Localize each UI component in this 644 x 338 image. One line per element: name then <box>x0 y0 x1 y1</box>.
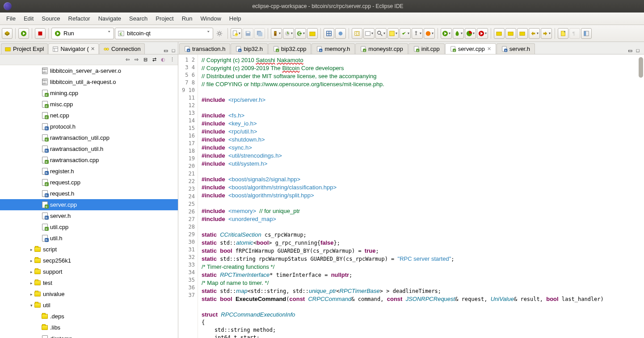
code-editor[interactable]: 1 2 3 4 5 6 7 8 9 10 11 12 13 14 15 16 1… <box>178 54 644 338</box>
tree-item[interactable]: net.cpp <box>0 110 178 121</box>
menu-window[interactable]: Window <box>197 13 225 24</box>
menu-edit[interactable]: Edit <box>20 13 37 24</box>
tree-item[interactable]: ▸univalue <box>0 288 178 300</box>
tree-item[interactable]: .libs <box>0 322 178 333</box>
tree-item[interactable]: server.h <box>0 210 178 221</box>
tree-item[interactable]: ▸script <box>0 244 178 255</box>
run-last-button[interactable]: ▾ <box>441 28 452 39</box>
build-project-button[interactable]: ▾ <box>283 28 294 39</box>
pin-editor-button[interactable] <box>558 28 568 39</box>
editor-tab[interactable]: moneystr.cpp <box>355 43 408 54</box>
minimize-view-icon[interactable]: ▭ <box>162 47 169 54</box>
new-class-button[interactable]: C▾ <box>295 28 306 39</box>
launch-mode-dropdown[interactable]: Run ˅ <box>51 28 114 39</box>
tree-item[interactable]: rawtransaction_util.h <box>0 143 178 154</box>
editor-tab[interactable]: server.h <box>497 43 535 54</box>
menu-run[interactable]: Run <box>178 13 196 24</box>
nav-folder2-button[interactable] <box>505 28 516 39</box>
minimize-editor-icon[interactable]: ▭ <box>627 47 634 54</box>
prev-edit-button[interactable]: ▾ <box>529 28 540 39</box>
nav-folder1-button[interactable] <box>494 28 505 39</box>
editor-tab-label: bip32.cpp <box>281 46 306 52</box>
back-icon[interactable]: ⇦ <box>123 56 131 64</box>
nav-folder3-button[interactable] <box>517 28 528 39</box>
profile-button[interactable]: ▾ <box>424 28 435 39</box>
tree-item[interactable]: server.cpp <box>0 199 178 210</box>
open-type-button[interactable]: {} <box>352 28 362 39</box>
svg-point-20 <box>378 31 381 34</box>
task-button[interactable]: ▾ <box>400 28 411 39</box>
tree-item[interactable]: request.cpp <box>0 177 178 188</box>
new-button[interactable]: +▾ <box>231 28 242 39</box>
view-menu-icon[interactable]: ⋮ <box>168 56 176 64</box>
tree-item[interactable]: ▸support <box>0 266 178 277</box>
build-all-button[interactable]: ▾ <box>271 28 282 39</box>
run-button[interactable] <box>18 28 29 39</box>
project-explorer-icon <box>5 46 11 52</box>
tree-item[interactable]: mining.cpp <box>0 88 178 99</box>
perspective-button[interactable] <box>581 28 592 39</box>
navigator-tree[interactable]: 010101libbitcoin_server_a-server.o010101… <box>0 65 178 338</box>
launch-settings-button[interactable] <box>214 28 225 39</box>
view-tab-connection[interactable]: Connection <box>99 43 145 54</box>
toggle-mark-button[interactable] <box>324 28 334 39</box>
tree-item[interactable]: rawtransaction_util.cpp <box>0 132 178 143</box>
show-whitespace-button[interactable]: ¶ <box>569 28 580 39</box>
editor-tab[interactable]: bip32.h <box>231 43 268 54</box>
menu-navigate[interactable]: Navigate <box>95 13 125 24</box>
debug-button[interactable]: ▾ <box>453 28 464 39</box>
tree-item[interactable]: misc.cpp <box>0 99 178 110</box>
tree-item[interactable]: 010101libbitcoin_server_a-server.o <box>0 65 178 76</box>
forward-icon[interactable]: ⇨ <box>132 56 140 64</box>
new-folder-button[interactable] <box>307 28 318 39</box>
editor-tab[interactable]: server.cpp✕ <box>445 43 496 54</box>
menu-source[interactable]: Source <box>38 13 63 24</box>
tree-item[interactable]: ▾util <box>0 300 178 311</box>
menu-refactor[interactable]: Refactor <box>65 13 94 24</box>
view-tab-navigator[interactable]: Navigator ( ✕ <box>48 43 99 54</box>
editor-tab[interactable]: memory.h <box>311 43 355 54</box>
tree-item[interactable]: .deps <box>0 311 178 322</box>
tree-item[interactable]: register.h <box>0 166 178 177</box>
tree-item[interactable]: ▸test <box>0 277 178 288</box>
tree-item[interactable]: 010101libbitcoin_util_a-request.o <box>0 76 178 88</box>
tree-item[interactable]: util.cpp <box>0 221 178 233</box>
tree-item[interactable]: rawtransaction.cpp <box>0 154 178 166</box>
focus-task-icon[interactable]: ◐ <box>159 56 167 64</box>
menu-project[interactable]: Project <box>152 13 177 24</box>
search-button[interactable]: ▾ <box>375 28 387 39</box>
launch-config-dropdown[interactable]: c bitcoin-qt ˅ <box>115 28 213 39</box>
menu-search[interactable]: Search <box>126 13 151 24</box>
save-button[interactable] <box>243 28 253 39</box>
open-element-button[interactable]: ▾ <box>363 28 375 39</box>
close-icon[interactable]: ✕ <box>91 46 95 52</box>
toolbar-separator <box>32 28 32 39</box>
tree-item[interactable]: ▸secp256k1 <box>0 255 178 266</box>
tree-item[interactable]: dirstamp <box>0 333 178 338</box>
next-edit-button[interactable]: ▾ <box>541 28 552 39</box>
toggle-breakpoint-button[interactable] <box>335 28 346 39</box>
editor-tab[interactable]: init.cpp <box>408 43 445 54</box>
editor-tab[interactable]: transaction.h <box>179 43 230 54</box>
menu-help[interactable]: Help <box>226 13 245 24</box>
build-button[interactable] <box>2 28 13 39</box>
tree-item[interactable]: request.h <box>0 188 178 199</box>
maximize-editor-icon[interactable]: □ <box>634 47 641 54</box>
collapse-all-icon[interactable]: ⊟ <box>141 56 149 64</box>
maximize-view-icon[interactable]: □ <box>170 47 177 54</box>
menu-file[interactable]: File <box>3 13 19 24</box>
stop-button[interactable] <box>35 28 46 39</box>
coverage-button[interactable]: ▾ <box>465 28 476 39</box>
external-tools-button[interactable]: ▾ <box>477 28 488 39</box>
link-editor-icon[interactable]: ⇄ <box>150 56 158 64</box>
scrollbar-thumb[interactable] <box>639 57 643 78</box>
code-content[interactable]: // Copyright (c) 2010 Satoshi Nakamoto /… <box>198 54 644 338</box>
save-all-button[interactable] <box>254 28 265 39</box>
pin-button[interactable]: ▾ <box>412 28 423 39</box>
close-icon[interactable]: ✕ <box>487 46 491 52</box>
annotate-button[interactable]: ▾ <box>387 28 399 39</box>
editor-tab[interactable]: bip32.cpp <box>268 43 311 54</box>
tree-item[interactable]: protocol.h <box>0 121 178 132</box>
tree-item[interactable]: util.h <box>0 233 178 244</box>
view-tab-project-explorer[interactable]: Project Expl <box>1 43 48 54</box>
